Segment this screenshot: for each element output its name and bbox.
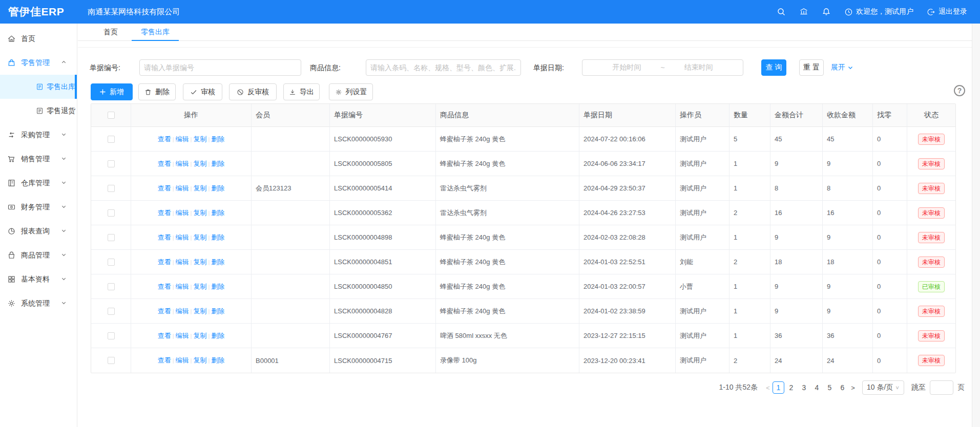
delete-link[interactable]: 删除: [211, 233, 224, 242]
reset-button[interactable]: 重 置: [799, 59, 824, 76]
scrollbar-track[interactable]: [972, 24, 980, 427]
row-checkbox[interactable]: [108, 136, 115, 143]
gear-icon: [335, 89, 342, 96]
edit-link[interactable]: 编辑: [176, 356, 189, 365]
product-info-input[interactable]: [366, 59, 521, 76]
copy-link[interactable]: 复制: [193, 282, 206, 291]
edit-link[interactable]: 编辑: [176, 208, 189, 218]
row-checkbox[interactable]: [108, 332, 115, 339]
date-start-placeholder[interactable]: 开始时间: [612, 63, 641, 72]
page-1[interactable]: 1: [773, 381, 784, 394]
welcome-user[interactable]: 欢迎您，测试用户: [844, 7, 913, 16]
add-button[interactable]: 新增: [91, 83, 133, 100]
copy-link[interactable]: 复制: [193, 331, 206, 340]
tab-home[interactable]: 首页: [94, 24, 127, 41]
next-page-button[interactable]: >: [849, 384, 857, 392]
edit-link[interactable]: 编辑: [176, 307, 189, 316]
platform-icon[interactable]: [799, 7, 808, 16]
page-4[interactable]: 4: [811, 381, 823, 394]
sidebar-item-system[interactable]: 系统管理: [0, 291, 77, 315]
sidebar-item-home[interactable]: 首页: [0, 27, 77, 51]
delete-link[interactable]: 删除: [211, 159, 224, 168]
column-settings-button[interactable]: 列设置: [329, 83, 373, 100]
view-link[interactable]: 查看: [158, 233, 171, 242]
edit-link[interactable]: 编辑: [176, 159, 189, 168]
sidebar-item-retail-outbound[interactable]: 零售出库: [0, 75, 77, 99]
delete-link[interactable]: 删除: [211, 258, 224, 267]
view-link[interactable]: 查看: [158, 307, 171, 316]
row-checkbox[interactable]: [108, 283, 115, 290]
row-checkbox[interactable]: [108, 209, 115, 217]
copy-link[interactable]: 复制: [193, 208, 206, 218]
select-all-checkbox[interactable]: [108, 112, 115, 119]
row-checkbox[interactable]: [108, 357, 115, 364]
edit-link[interactable]: 编辑: [176, 331, 189, 340]
edit-link[interactable]: 编辑: [176, 135, 189, 144]
copy-link[interactable]: 复制: [193, 258, 206, 267]
prev-page-button[interactable]: <: [764, 384, 772, 392]
edit-link[interactable]: 编辑: [176, 184, 189, 193]
copy-link[interactable]: 复制: [193, 159, 206, 168]
delete-link[interactable]: 删除: [211, 307, 224, 316]
sidebar-item-basic-data[interactable]: 基本资料: [0, 267, 77, 291]
view-link[interactable]: 查看: [158, 282, 171, 291]
row-checkbox[interactable]: [108, 185, 115, 192]
edit-link[interactable]: 编辑: [176, 258, 189, 267]
copy-link[interactable]: 复制: [193, 135, 206, 144]
expand-link[interactable]: 展开: [831, 59, 853, 76]
delete-link[interactable]: 删除: [211, 208, 224, 218]
edit-link[interactable]: 编辑: [176, 282, 189, 291]
tab-retail-outbound[interactable]: 零售出库: [132, 24, 179, 41]
row-checkbox[interactable]: [108, 308, 115, 315]
table-row: 查看|编辑|复制|删除 LSCK00000004850 蜂蜜柚子茶 240g 黄…: [91, 274, 955, 299]
sidebar-item-warehouse[interactable]: 仓库管理: [0, 171, 77, 195]
logout-button[interactable]: 退出登录: [927, 7, 967, 16]
delete-button[interactable]: 删除: [138, 83, 176, 100]
sidebar-item-finance[interactable]: 财务管理: [0, 195, 77, 219]
jump-input[interactable]: [930, 380, 953, 395]
view-link[interactable]: 查看: [158, 159, 171, 168]
sidebar-item-retail[interactable]: 零售管理: [0, 51, 77, 75]
sidebar-item-reports[interactable]: 报表查询: [0, 219, 77, 243]
delete-link[interactable]: 删除: [211, 135, 224, 144]
page-6[interactable]: 6: [837, 381, 848, 394]
delete-link[interactable]: 删除: [211, 282, 224, 291]
view-link[interactable]: 查看: [158, 208, 171, 218]
copy-link[interactable]: 复制: [193, 356, 206, 365]
date-end-placeholder[interactable]: 结束时间: [684, 63, 713, 72]
page-5[interactable]: 5: [824, 381, 836, 394]
delete-link[interactable]: 删除: [211, 184, 224, 193]
row-checkbox[interactable]: [108, 259, 115, 266]
doc-no-input[interactable]: [139, 59, 301, 76]
sidebar-item-purchase[interactable]: 采购管理: [0, 123, 77, 147]
search-button[interactable]: 查 询: [761, 59, 786, 76]
view-link[interactable]: 查看: [158, 184, 171, 193]
copy-link[interactable]: 复制: [193, 184, 206, 193]
page-2[interactable]: 2: [785, 381, 797, 394]
status-cell: 未审核: [907, 324, 955, 348]
view-link[interactable]: 查看: [158, 356, 171, 365]
edit-link[interactable]: 编辑: [176, 233, 189, 242]
date-range-input[interactable]: 开始时间 ~ 结束时间: [582, 59, 743, 76]
bell-icon[interactable]: [822, 7, 831, 16]
delete-link[interactable]: 删除: [211, 331, 224, 340]
sidebar-item-goods[interactable]: 商品管理: [0, 243, 77, 267]
row-checkbox[interactable]: [108, 160, 115, 167]
view-link[interactable]: 查看: [158, 258, 171, 267]
page-3[interactable]: 3: [798, 381, 810, 394]
unaudit-button[interactable]: 反审核: [229, 83, 277, 100]
copy-link[interactable]: 复制: [193, 233, 206, 242]
sidebar-item-sales[interactable]: 销售管理: [0, 147, 77, 171]
row-checkbox[interactable]: [108, 234, 115, 241]
export-button[interactable]: 导出: [283, 83, 320, 100]
copy-link[interactable]: 复制: [193, 307, 206, 316]
search-icon[interactable]: [777, 7, 786, 16]
delete-link[interactable]: 删除: [211, 356, 224, 365]
row-actions: 查看|编辑|复制|删除: [131, 274, 252, 299]
audit-button[interactable]: 审核: [183, 83, 222, 100]
view-link[interactable]: 查看: [158, 135, 171, 144]
page-size-select[interactable]: 10 条/页 ∨: [862, 380, 904, 395]
sidebar-item-retail-return[interactable]: 零售退货: [0, 99, 77, 123]
help-icon[interactable]: ?: [954, 85, 965, 96]
view-link[interactable]: 查看: [158, 331, 171, 340]
